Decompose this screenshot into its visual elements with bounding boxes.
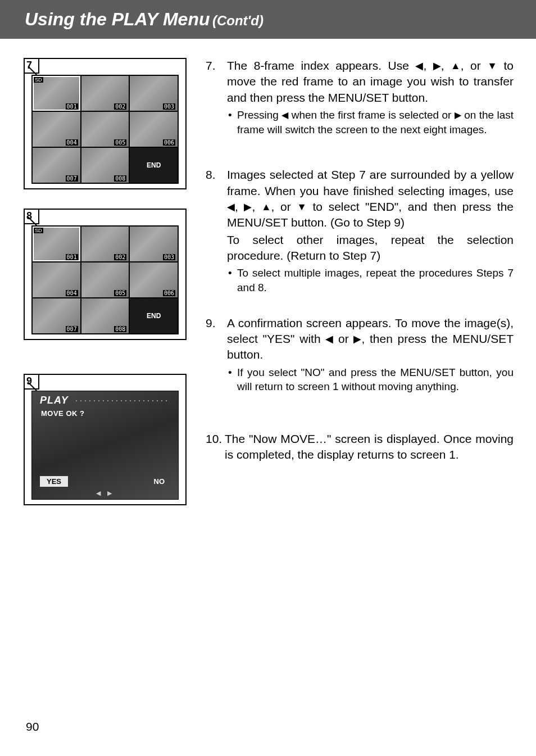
play-prompt: MOVE OK ? [41, 409, 84, 418]
step-8: 8. Images selected at Step 7 are surroun… [206, 167, 514, 295]
figure-9: 9 PLAY MOVE OK ? YES NO ◀ ▶ [24, 374, 187, 505]
instructions-column: 7. The 8-frame index appears. Use ◀, ▶, … [206, 58, 514, 524]
thumb: 008 [81, 298, 129, 333]
page-header: Using the PLAY Menu (Cont'd) [0, 0, 536, 39]
step-9-number: 9. [206, 315, 227, 394]
figure-7-number: 7 [24, 58, 39, 74]
step-9-body: A confirmation screen appears. To move t… [227, 315, 514, 394]
thumb: 005 [81, 112, 129, 147]
thumb: 006 [130, 262, 178, 297]
thumb: 005 [81, 262, 129, 297]
left-arrow-icon: ◀ [325, 332, 333, 346]
play-confirm-screen: PLAY MOVE OK ? YES NO ◀ ▶ [31, 391, 179, 500]
header-title-main: Using the PLAY Menu [25, 9, 210, 29]
play-no-option: NO [154, 477, 165, 486]
content-area: 7 001 002 003 004 005 006 007 008 END 8 … [0, 39, 536, 524]
step-10-number: 10. [206, 431, 225, 463]
right-arrow-icon: ▶ [433, 59, 441, 73]
step-9-bullet: • If you select "NO" and press the MENU/… [227, 365, 514, 394]
thumb: 001 [33, 227, 80, 261]
step-7: 7. The 8-frame index appears. Use ◀, ▶, … [206, 58, 514, 137]
step-10: 10. The "Now MOVE…" screen is displayed.… [206, 431, 514, 463]
thumb: 002 [81, 227, 129, 261]
figure-8-grid: 001 002 003 004 005 006 007 008 END [31, 225, 179, 334]
thumb: 002 [81, 76, 129, 111]
step-10-body: The "Now MOVE…" screen is displayed. Onc… [225, 431, 514, 463]
thumb: 004 [33, 112, 80, 147]
down-arrow-icon: ▼ [297, 200, 307, 214]
step-7-number: 7. [206, 58, 227, 137]
up-arrow-icon: ▲ [261, 200, 271, 214]
page-number: 90 [26, 720, 39, 734]
thumb: 008 [81, 148, 129, 183]
thumb: 007 [33, 148, 80, 183]
dots-icon [74, 400, 170, 402]
step-8-body: Images selected at Step 7 are surrounded… [227, 167, 514, 295]
left-arrow-icon: ◀ [415, 59, 423, 73]
figure-9-number: 9 [24, 374, 39, 390]
figure-8-number: 8 [24, 209, 39, 224]
left-arrow-icon: ◀ [227, 200, 235, 214]
play-label: PLAY [40, 395, 69, 406]
play-yes-option: YES [40, 476, 68, 487]
step-8-bullet: • To select multiple images, repeat the … [227, 266, 514, 295]
step-9: 9. A confirmation screen appears. To mov… [206, 315, 514, 394]
nav-arrows-icon: ◀ ▶ [96, 490, 113, 497]
thumb-end: END [130, 298, 178, 333]
thumb: 001 [33, 76, 80, 111]
right-arrow-icon: ▶ [353, 332, 361, 346]
figure-7: 7 001 002 003 004 005 006 007 008 END [24, 58, 187, 189]
header-title-sub: (Cont'd) [212, 13, 264, 28]
figure-7-grid: 001 002 003 004 005 006 007 008 END [31, 75, 179, 184]
up-arrow-icon: ▲ [451, 59, 461, 73]
down-arrow-icon: ▼ [487, 59, 497, 73]
step-8-number: 8. [206, 167, 227, 295]
thumb-end: END [130, 148, 178, 183]
thumb: 003 [130, 76, 178, 111]
left-arrow-icon: ◀ [281, 109, 288, 121]
figures-column: 7 001 002 003 004 005 006 007 008 END 8 … [24, 58, 187, 524]
thumb: 004 [33, 262, 80, 297]
figure-8: 8 001 002 003 004 005 006 007 008 END [24, 209, 187, 340]
play-title-row: PLAY [32, 395, 178, 406]
step-7-body: The 8-frame index appears. Use ◀, ▶, ▲, … [227, 58, 514, 137]
right-arrow-icon: ▶ [455, 109, 461, 121]
thumb: 006 [130, 112, 178, 147]
thumb: 003 [130, 227, 178, 261]
thumb: 007 [33, 298, 80, 333]
step-7-bullet: • Pressing ◀ when the first frame is sel… [227, 108, 514, 137]
right-arrow-icon: ▶ [244, 200, 252, 214]
